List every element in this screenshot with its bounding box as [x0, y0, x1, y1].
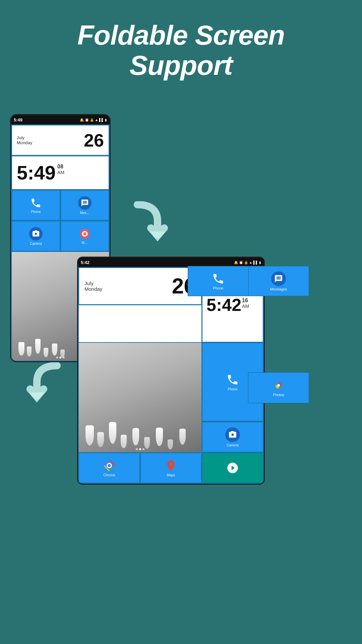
- dot-2-active: [59, 357, 61, 359]
- dot-3: [63, 357, 65, 359]
- large-messages-icon: [274, 274, 283, 283]
- small-phone-maps-tile[interactable]: M…: [61, 221, 109, 251]
- phone-icon: [30, 197, 42, 209]
- messages-icon: [81, 199, 89, 207]
- chrome-icon: [103, 459, 116, 472]
- alarm-icon: 🔔: [80, 118, 84, 122]
- small-phone-month: July: [17, 135, 32, 140]
- large-phone-clock-period: AM: [242, 304, 249, 309]
- small-phone-camera-label: Camera: [30, 242, 42, 246]
- arrow-right-down-icon: [131, 201, 171, 245]
- large-phone-status-bar: 5:42 🔔 ⏰ 🔒 ▲ ▌▌ ▮: [78, 258, 264, 267]
- small-phone-day: 26: [84, 131, 104, 149]
- large-signal-icon: ▌▌: [253, 261, 258, 264]
- maps-mini-icon: [79, 228, 90, 239]
- large-camera-icon: [228, 430, 237, 439]
- page-title: Foldable Screen Support: [0, 0, 362, 94]
- large-dot-3: [142, 448, 144, 450]
- large-dot-1: [136, 448, 138, 450]
- large-phone-clock-seconds: 16: [242, 298, 249, 304]
- large-dot-2-active: [139, 448, 141, 450]
- camera-icon: [32, 230, 40, 238]
- small-phone-clock-seconds: 08: [57, 164, 64, 170]
- small-phone-calendar-text: July Monday: [17, 135, 32, 145]
- small-phone-phone-tile[interactable]: Phone: [12, 190, 60, 220]
- large-phone-teal-tile[interactable]: [202, 453, 263, 483]
- large-phone-camera-label: Camera: [227, 443, 239, 447]
- large-phone-photos-tile[interactable]: Photos: [248, 372, 309, 403]
- large-phone-maps-tile[interactable]: Maps: [140, 453, 201, 483]
- large-lock-icon: 🔒: [244, 261, 248, 264]
- large-phone-calendar-tile: July Monday 26: [79, 268, 201, 305]
- svg-marker-0: [149, 231, 166, 241]
- clock-icon: ⏰: [85, 118, 89, 122]
- large-phone-phone-label-overlay: Phone: [213, 286, 224, 290]
- large-phone-clock-time: 5:42: [206, 296, 241, 314]
- small-phone-clock-time: 5:49: [17, 163, 56, 182]
- small-phone-messages-tile[interactable]: Mes…: [61, 190, 109, 220]
- large-phone-chrome-label: Chrome: [103, 473, 115, 477]
- small-phone-weekday: Monday: [17, 140, 32, 145]
- large-phone-status-icons: 🔔 ⏰ 🔒 ▲ ▌▌ ▮: [234, 261, 261, 264]
- large-phone-phone-overlay-tile[interactable]: Phone: [188, 266, 249, 296]
- dot-1: [56, 357, 58, 359]
- large-phone-calendar-text: July Monday: [84, 280, 102, 292]
- large-phone-chrome-tile[interactable]: Chrome: [79, 453, 140, 483]
- large-phone-dots: [136, 448, 144, 450]
- large-maps-icon: [165, 459, 177, 472]
- large-phone-messages-overlay-tile[interactable]: Messages: [248, 266, 309, 296]
- large-phone-messages-label-overlay: Messages: [270, 287, 287, 291]
- svg-marker-1: [28, 392, 45, 402]
- small-phone-messages-label: Mes…: [80, 211, 90, 215]
- svg-point-8: [277, 384, 280, 387]
- photos-icon: [272, 379, 285, 392]
- svg-point-7: [108, 464, 111, 467]
- large-phone-camera-tile[interactable]: Camera: [202, 422, 263, 452]
- lock-icon: 🔒: [90, 118, 94, 122]
- large-clock-icon: ⏰: [239, 261, 243, 264]
- svg-point-4: [83, 232, 86, 235]
- small-phone-clock-tile: 5:49 08 AM: [12, 156, 109, 190]
- large-battery-icon: ▮: [259, 261, 261, 264]
- small-phone-maps-label: M…: [82, 241, 88, 245]
- large-phone-month: July: [84, 280, 102, 286]
- small-phone-status-time: 5:49: [14, 117, 22, 122]
- large-phone-status-time: 5:42: [81, 260, 89, 265]
- small-phone-dots: [56, 357, 65, 359]
- small-phone-phone-label: Phone: [31, 210, 41, 214]
- large-phone-maps-label: Maps: [167, 473, 175, 477]
- large-phone-calendar-extended: [79, 305, 201, 342]
- teal-app-icon: [226, 462, 239, 474]
- small-phone-clock-period: AM: [57, 170, 64, 175]
- large-phone-phone-label: Phone: [228, 387, 238, 391]
- small-phone-status-bar: 5:49 🔔 ⏰ 🔒 ▲ ▌▌ ▮: [11, 115, 110, 124]
- large-phone-photos-label: Photos: [273, 393, 284, 397]
- large-phone-phone-icon-overlay: [212, 272, 225, 285]
- battery-icon: ▮: [105, 118, 107, 122]
- small-phone-calendar-tile: July Monday 26: [12, 125, 109, 155]
- large-phone-icon: [226, 373, 239, 386]
- large-phone-photo-tile: [79, 343, 201, 452]
- large-wifi-icon: ▲: [249, 261, 252, 264]
- small-phone-status-icons: 🔔 ⏰ 🔒 ▲ ▌▌ ▮: [80, 118, 107, 122]
- large-alarm-icon: 🔔: [234, 261, 238, 264]
- wifi-icon: ▲: [95, 118, 98, 122]
- small-phone-camera-tile[interactable]: Camera: [12, 221, 60, 251]
- signal-icon: ▌▌: [99, 118, 104, 122]
- large-phone-weekday: Monday: [84, 286, 102, 292]
- arrow-left-up-icon: [20, 362, 64, 406]
